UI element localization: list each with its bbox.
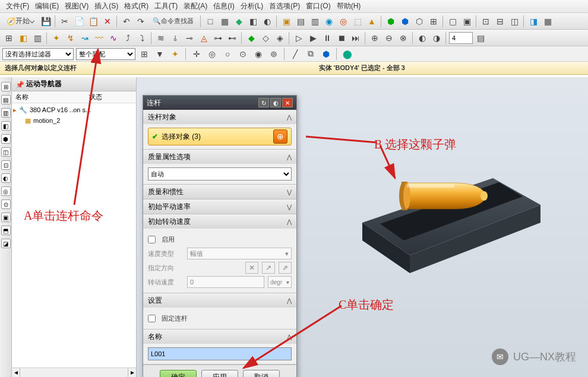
tree-row[interactable]: ▸ 🔧 380 ACP v16 ..on s... — [13, 104, 135, 115]
tb-icon[interactable]: ⬢ — [320, 47, 333, 61]
side-icon[interactable]: ◪ — [1, 239, 11, 248]
tb-icon[interactable]: ▤ — [474, 31, 487, 45]
section-header-init-rot[interactable]: 初始转动速度⋀ — [143, 214, 296, 229]
tb-icon[interactable]: ⊟ — [494, 15, 507, 28]
tb-icon[interactable]: ◈ — [273, 31, 286, 45]
tb-icon[interactable]: ◧ — [246, 15, 260, 28]
tb-icon[interactable]: ⊞ — [427, 15, 440, 28]
section-header-mass[interactable]: 质量属性选项⋀ — [143, 150, 296, 164]
tb-icon[interactable]: ⫰ — [169, 31, 182, 45]
toolbar-spinner[interactable] — [449, 32, 473, 44]
mass-option-select[interactable]: 自动 — [148, 167, 292, 180]
nav-col-state[interactable]: 状态 — [89, 93, 136, 102]
tb-icon[interactable]: ⊗ — [397, 31, 410, 45]
tb-icon[interactable]: ▼ — [153, 47, 166, 61]
tb-icon[interactable]: ⧉ — [304, 47, 317, 61]
menu-info[interactable]: 信息(I) — [213, 1, 234, 11]
tb-icon[interactable]: ◆ — [232, 15, 245, 28]
side-icon[interactable]: ⊙ — [1, 199, 11, 209]
tb-icon[interactable]: ▢ — [446, 15, 459, 28]
tb-icon[interactable]: ⬤ — [341, 47, 354, 61]
tb-icon[interactable]: ✛ — [190, 47, 203, 61]
tb-icon[interactable]: ⬡ — [413, 15, 426, 28]
tb-icon[interactable]: □ — [204, 15, 217, 28]
filter-select-2[interactable]: 整个装配 — [76, 48, 135, 60]
tb-icon[interactable]: ◨ — [527, 15, 540, 28]
menu-window[interactable]: 窗口(O) — [306, 1, 330, 11]
tb-icon[interactable]: ○ — [221, 47, 234, 61]
tb-icon[interactable]: ⊞ — [138, 47, 151, 61]
tb-icon[interactable]: ▥ — [31, 31, 44, 45]
tb-icon[interactable]: ◐ — [416, 31, 429, 45]
save-icon[interactable]: 💾 — [39, 15, 52, 28]
undo-icon[interactable]: ↶ — [120, 15, 133, 28]
tb-icon[interactable]: ✦ — [169, 47, 182, 61]
menu-format[interactable]: 格式(R) — [124, 1, 148, 11]
side-icon[interactable]: ◐ — [1, 173, 11, 183]
menu-analyze[interactable]: 分析(L) — [241, 1, 264, 11]
tb-icon[interactable]: ◫ — [508, 15, 521, 28]
tb-icon[interactable]: ⏹ — [335, 31, 348, 45]
tb-icon[interactable]: ◧ — [17, 31, 30, 45]
menu-edit[interactable]: 编辑(E) — [35, 1, 59, 11]
enable-checkbox-row[interactable]: 启用 — [148, 232, 292, 246]
tb-icon[interactable]: ◐ — [261, 15, 274, 28]
tb-icon[interactable]: ⊸ — [183, 31, 196, 45]
graphics-viewport[interactable]: 连杆 ↻ ◐ ✕ 连杆对象⋀ ✔ 选择对象 (3) ⊕ — [137, 77, 588, 377]
target-icon[interactable]: ⊕ — [273, 129, 287, 144]
cmd-finder-button[interactable]: 🔍命令查找器 — [148, 15, 198, 28]
ok-button[interactable]: 确定 — [160, 370, 197, 377]
tb-icon[interactable]: ≋ — [154, 31, 167, 45]
close-icon[interactable]: ✕ — [282, 98, 293, 107]
tb-icon[interactable]: ⏭ — [349, 31, 362, 45]
delete-icon[interactable]: ✕ — [101, 15, 114, 28]
section-header-inertia[interactable]: 质量和惯性⋁ — [143, 185, 296, 199]
side-icon[interactable]: ◎ — [1, 186, 11, 196]
tb-icon[interactable]: ▷ — [292, 31, 305, 45]
menu-assemble[interactable]: 装配(A) — [184, 1, 207, 11]
menu-insert[interactable]: 插入(S) — [94, 1, 118, 11]
filter-select-1[interactable]: 没有选择过滤器 — [2, 48, 74, 60]
tb-icon[interactable]: ▦ — [218, 15, 231, 28]
cancel-button[interactable]: 取消 — [243, 370, 280, 377]
tb-icon[interactable]: ⊞ — [2, 31, 15, 45]
enable-checkbox[interactable] — [148, 236, 156, 243]
tb-icon[interactable]: ⬢ — [399, 15, 412, 28]
section-header-name[interactable]: 名称⋀ — [143, 330, 296, 344]
tb-icon[interactable]: ⊶ — [211, 31, 225, 45]
tb-icon[interactable]: ⤴ — [121, 31, 134, 45]
link-command-icon[interactable]: 〰 — [93, 31, 106, 45]
menu-view[interactable]: 视图(V) — [65, 1, 88, 11]
tb-icon[interactable]: ◬ — [197, 31, 210, 45]
tb-icon[interactable]: ⤵ — [135, 31, 148, 45]
apply-button[interactable]: 应用 — [201, 370, 238, 377]
tb-icon[interactable]: ◆ — [245, 31, 258, 45]
menu-tool[interactable]: 工具(T) — [154, 1, 178, 11]
fixed-link-checkbox[interactable] — [148, 315, 156, 322]
tb-icon[interactable]: ✦ — [50, 31, 63, 45]
tb-icon[interactable]: ▣ — [460, 15, 473, 28]
tb-icon[interactable]: ⬢ — [384, 15, 397, 28]
menu-file[interactable]: 文件(F) — [6, 1, 29, 11]
tb-icon[interactable]: ↯ — [64, 31, 77, 45]
side-icon[interactable]: ⊞ — [1, 82, 11, 91]
fixed-link-checkbox-row[interactable]: 固定连杆 — [148, 311, 292, 325]
side-icon[interactable]: ◫ — [1, 147, 11, 157]
tb-icon[interactable]: ◇ — [259, 31, 272, 45]
tb-icon[interactable]: ⊖ — [382, 31, 396, 45]
tb-icon[interactable]: ▣ — [280, 15, 293, 28]
menu-pref[interactable]: 首选项(P) — [269, 1, 300, 11]
select-objects-row[interactable]: ✔ 选择对象 (3) ⊕ — [148, 128, 292, 145]
side-icon[interactable]: ▣ — [1, 213, 11, 222]
cut-icon[interactable]: ✂ — [58, 15, 71, 28]
tb-icon[interactable]: ▤ — [294, 15, 307, 28]
tb-icon[interactable]: ◉ — [323, 15, 336, 28]
side-icon[interactable]: ⬢ — [1, 134, 11, 144]
pin-icon[interactable]: 📌 — [15, 81, 23, 88]
side-icon[interactable]: ▥ — [1, 108, 11, 118]
tb-icon[interactable]: ⬚ — [351, 15, 364, 28]
menu-help[interactable]: 帮助(H) — [337, 1, 361, 11]
redo-icon[interactable]: ↷ — [134, 15, 147, 28]
side-icon[interactable]: ▤ — [1, 95, 11, 104]
copy-icon[interactable]: 📄 — [72, 15, 86, 28]
